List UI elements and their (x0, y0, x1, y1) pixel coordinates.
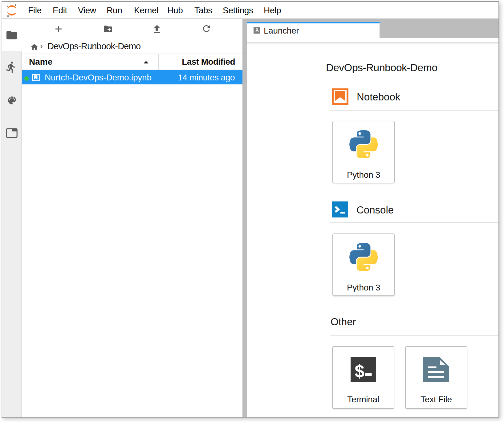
svg-text:$: $ (355, 361, 364, 381)
